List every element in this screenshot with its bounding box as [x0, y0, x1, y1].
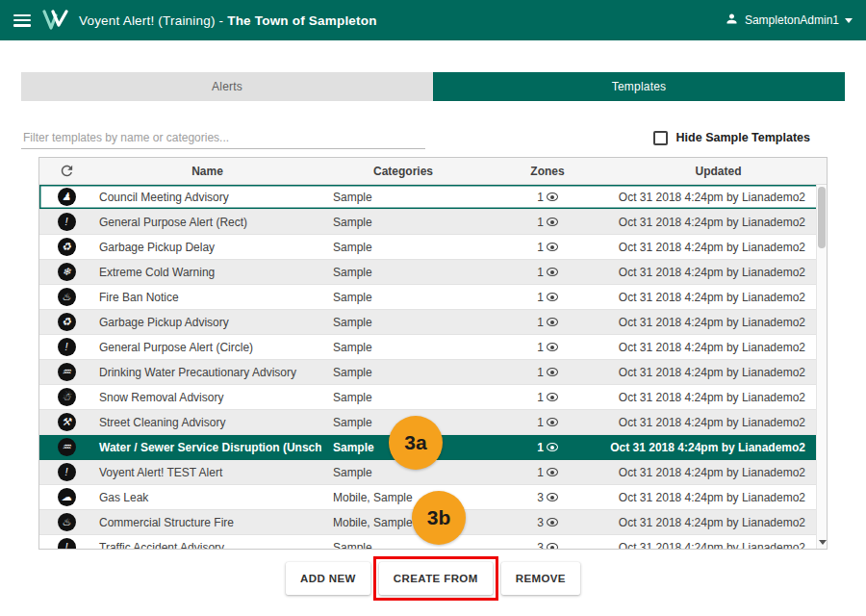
template-updated: Oct 31 2018 4:24pm by Lianademo2 [610, 416, 827, 429]
template-name: Commercial Structure Fire [93, 516, 321, 529]
template-categories: Sample [321, 291, 485, 304]
template-name: Garbage Pickup Delay [93, 241, 321, 254]
table-row[interactable]: ! Voyent Alert! TEST Alert Sample 1 Oct … [39, 460, 827, 485]
visibility-eye-icon [547, 318, 558, 326]
template-zones: 1 [485, 291, 610, 304]
visibility-eye-icon [547, 468, 558, 476]
template-updated: Oct 31 2018 4:24pm by Lianademo2 [610, 366, 827, 379]
template-updated: Oct 31 2018 4:24pm by Lianademo2 [610, 266, 827, 279]
scroll-down-button[interactable] [817, 535, 828, 549]
scrollbar-thumb[interactable] [818, 187, 826, 248]
template-categories: Sample [321, 216, 485, 229]
template-name: Water / Sewer Service Disruption (Unsche… [93, 441, 321, 454]
template-categories: Sample [321, 316, 485, 329]
visibility-eye-icon [547, 518, 558, 526]
table-row[interactable]: ♒ Drinking Water Precautionary Advisory … [39, 360, 827, 385]
template-updated: Oct 31 2018 4:24pm by Lianademo2 [610, 216, 827, 229]
template-updated: Oct 31 2018 4:24pm by Lianademo2 [610, 316, 827, 329]
street-sweeper-icon: ⚒ [58, 413, 76, 431]
template-updated: Oct 31 2018 4:24pm by Lianademo2 [610, 341, 827, 354]
template-updated: Oct 31 2018 4:24pm by Lianademo2 [610, 516, 827, 529]
table-row[interactable]: ♻ Garbage Pickup Delay Sample 1 Oct 31 2… [39, 235, 827, 260]
user-menu[interactable]: SampletonAdmin1 [725, 12, 853, 29]
table-row[interactable]: ! General Purpose Alert (Rect) Sample 1 … [39, 210, 827, 235]
table-scrollbar[interactable] [816, 185, 827, 549]
template-updated: Oct 31 2018 4:24pm by Lianademo2 [610, 191, 827, 204]
template-zones: 1 [485, 316, 610, 329]
template-updated: Oct 31 2018 4:24pm by Lianademo2 [610, 391, 827, 404]
template-zones: 3 [485, 491, 610, 504]
tab-bar: Alerts Templates [21, 72, 845, 101]
garbage-truck-icon: ♻ [58, 238, 76, 256]
fire-icon: ♨ [58, 288, 76, 306]
tab-templates[interactable]: Templates [433, 72, 845, 101]
template-name: Voyent Alert! TEST Alert [93, 466, 321, 479]
refresh-icon[interactable] [39, 163, 93, 179]
filter-templates-input[interactable] [21, 127, 425, 149]
template-zones: 1 [485, 191, 610, 204]
structure-fire-icon: ♨ [58, 513, 76, 531]
table-row[interactable]: ♨ Fire Ban Notice Sample 1 Oct 31 2018 4… [39, 285, 827, 310]
template-updated: Oct 31 2018 4:24pm by Lianademo2 [610, 491, 827, 504]
alert-exclamation-icon: ! [58, 463, 76, 481]
hide-sample-checkbox[interactable] [653, 131, 668, 145]
tab-alerts[interactable]: Alerts [21, 72, 433, 101]
template-name: Garbage Pickup Advisory [93, 316, 321, 329]
user-icon [725, 12, 739, 29]
garbage-truck-icon: ♻ [58, 313, 76, 331]
template-zones: 1 [485, 441, 610, 454]
template-name: Extreme Cold Warning [93, 266, 321, 279]
template-zones: 1 [485, 466, 610, 479]
template-name: General Purpose Alert (Rect) [93, 216, 321, 229]
snow-plow-icon: ☃ [58, 388, 76, 406]
chevron-down-icon [845, 18, 853, 23]
hide-sample-label: Hide Sample Templates [676, 131, 810, 144]
filter-row: Hide Sample Templates [21, 126, 845, 149]
template-name: Drinking Water Precautionary Advisory [93, 366, 321, 379]
template-categories: Sample [321, 391, 485, 404]
template-zones: 3 [485, 516, 610, 529]
table-row[interactable]: ❄ Extreme Cold Warning Sample 1 Oct 31 2… [39, 260, 827, 285]
visibility-eye-icon [547, 493, 558, 501]
template-updated: Oct 31 2018 4:24pm by Lianademo2 [610, 291, 827, 304]
column-header-name[interactable]: Name [93, 165, 321, 178]
template-name: Council Meeting Advisory [93, 191, 321, 204]
template-zones: 1 [485, 241, 610, 254]
column-header-categories[interactable]: Categories [321, 165, 485, 178]
template-name: Street Cleaning Advisory [93, 416, 321, 429]
add-new-button[interactable]: ADD NEW [286, 562, 370, 595]
visibility-eye-icon [547, 293, 558, 301]
visibility-eye-icon [547, 368, 558, 376]
water-drop-icon: ♒ [58, 438, 76, 456]
table-row[interactable]: ! General Purpose Alert (Circle) Sample … [39, 335, 827, 360]
template-updated: Oct 31 2018 4:24pm by Lianademo2 [610, 241, 827, 254]
column-header-updated[interactable]: Updated [610, 165, 827, 178]
template-zones: 1 [485, 341, 610, 354]
menu-icon[interactable] [13, 14, 31, 27]
annotation-badge-3b: 3b [412, 491, 466, 545]
voyent-logo-icon [40, 9, 69, 32]
template-name: Snow Removal Advisory [93, 391, 321, 404]
column-header-zones[interactable]: Zones [485, 165, 610, 178]
remove-button[interactable]: REMOVE [501, 562, 580, 595]
hide-sample-templates[interactable]: Hide Sample Templates [653, 131, 810, 145]
username: SampletonAdmin1 [745, 13, 839, 27]
template-categories: Sample [321, 466, 485, 479]
visibility-eye-icon [547, 268, 558, 276]
template-updated: Oct 31 2018 4:24pm by Lianademo2 [610, 441, 827, 454]
table-row[interactable]: ♟ Council Meeting Advisory Sample 1 Oct … [39, 185, 827, 210]
template-zones: 1 [485, 216, 610, 229]
template-zones: 1 [485, 416, 610, 429]
visibility-eye-icon [547, 443, 558, 451]
template-categories: Sample [321, 191, 485, 204]
table-row[interactable]: ♻ Garbage Pickup Advisory Sample 1 Oct 3… [39, 310, 827, 335]
template-categories: Sample [321, 341, 485, 354]
visibility-eye-icon [547, 393, 558, 401]
visibility-eye-icon [547, 218, 558, 226]
template-name: General Purpose Alert (Circle) [93, 341, 321, 354]
council-meeting-icon: ♟ [58, 188, 76, 206]
template-updated: Oct 31 2018 4:24pm by Lianademo2 [610, 466, 827, 479]
template-zones: 3 [485, 541, 610, 551]
create-from-button[interactable]: CREATE FROM [379, 562, 493, 595]
table-row[interactable]: ☃ Snow Removal Advisory Sample 1 Oct 31 … [39, 385, 827, 410]
